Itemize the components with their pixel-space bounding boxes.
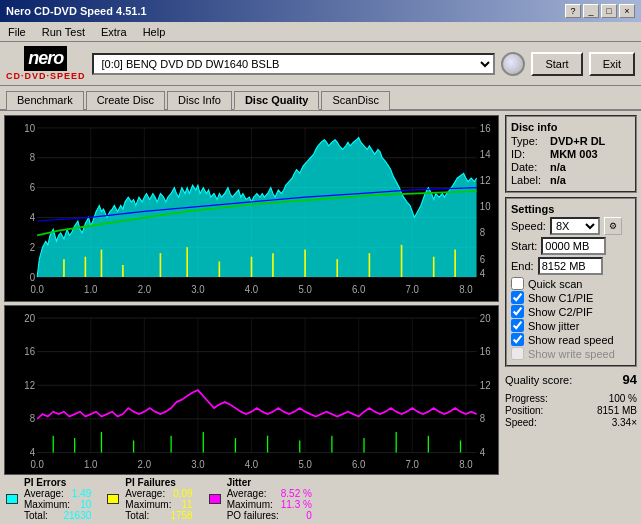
svg-text:3.0: 3.0 (191, 459, 205, 471)
date-value: n/a (550, 161, 566, 173)
disc-info-title: Disc info (511, 121, 631, 133)
maximize-btn[interactable]: □ (601, 4, 617, 18)
progress-row: Progress: 100 % (505, 393, 637, 404)
top-chart: 10 8 6 4 2 0 16 14 12 10 8 6 (4, 115, 499, 302)
tab-scandisc[interactable]: ScanDisc (321, 91, 389, 110)
bottom-chart-svg: 20 16 12 8 4 20 16 12 8 4 (5, 306, 498, 474)
pi-failures-avg-value: 0.09 (173, 488, 192, 499)
start-row: Start: 0000 MB (511, 237, 631, 255)
svg-text:14: 14 (480, 148, 491, 160)
jitter-avg-value: 8.52 % (281, 488, 312, 499)
end-input[interactable]: 8152 MB (538, 257, 603, 275)
svg-text:4: 4 (480, 446, 486, 458)
right-panel: Disc info Type: DVD+R DL ID: MKM 003 Dat… (501, 111, 641, 475)
window-controls[interactable]: ? _ □ × (565, 4, 635, 18)
readspeed-row: Show read speed (511, 333, 631, 346)
pi-errors-details: PI Errors Average: 1.49 Maximum: 10 Tota… (24, 477, 91, 521)
svg-text:5.0: 5.0 (298, 459, 312, 471)
speed-value: 3.34× (612, 417, 637, 428)
svg-text:1.0: 1.0 (84, 283, 98, 295)
jitter-color (209, 494, 221, 504)
jitter-po-label: PO failures: (227, 510, 279, 521)
svg-text:12: 12 (480, 379, 491, 391)
start-button[interactable]: Start (531, 52, 582, 76)
jitter-po-row: PO failures: 0 (227, 510, 312, 521)
svg-text:16: 16 (480, 346, 491, 358)
disc-icon[interactable] (501, 52, 525, 76)
settings-section: Settings Speed: 8X ⚙ Start: 0000 MB End:… (505, 197, 637, 367)
c1pie-checkbox[interactable] (511, 291, 524, 304)
quickscan-checkbox[interactable] (511, 277, 524, 290)
svg-text:8.0: 8.0 (459, 283, 473, 295)
minimize-btn[interactable]: _ (583, 4, 599, 18)
tab-disc-quality[interactable]: Disc Quality (234, 91, 320, 110)
pi-failures-max-label: Maximum: (125, 499, 171, 510)
svg-text:6: 6 (30, 182, 36, 194)
id-label: ID: (511, 148, 546, 160)
pi-failures-group: PI Failures Average: 0.09 Maximum: 11 To… (107, 477, 192, 521)
position-label: Position: (505, 405, 543, 416)
drive-selector[interactable]: [0:0] BENQ DVD DD DW1640 BSLB (92, 53, 496, 75)
pi-errors-avg-row: Average: 1.49 (24, 488, 91, 499)
start-input[interactable]: 0000 MB (541, 237, 606, 255)
svg-text:2.0: 2.0 (138, 283, 152, 295)
pi-errors-max-label: Maximum: (24, 499, 70, 510)
svg-text:2: 2 (30, 241, 36, 253)
jitter-max-label: Maximum: (227, 499, 273, 510)
svg-text:12: 12 (24, 379, 35, 391)
pi-failures-total-row: Total: 1758 (125, 510, 192, 521)
position-value: 8151 MB (597, 405, 637, 416)
c2pif-label: Show C2/PIF (528, 306, 593, 318)
speed-btn[interactable]: ⚙ (604, 217, 622, 235)
c1pie-row: Show C1/PIE (511, 291, 631, 304)
c2pif-row: Show C2/PIF (511, 305, 631, 318)
nero-logo: nero (24, 46, 67, 71)
help-btn[interactable]: ? (565, 4, 581, 18)
readspeed-checkbox[interactable] (511, 333, 524, 346)
jitter-checkbox[interactable] (511, 319, 524, 332)
tabs-bar: Benchmark Create Disc Disc Info Disc Qua… (0, 86, 641, 111)
tab-benchmark[interactable]: Benchmark (6, 91, 84, 110)
disc-info-section: Disc info Type: DVD+R DL ID: MKM 003 Dat… (505, 115, 637, 193)
logo-block: nero CD·DVD·SPEED (6, 46, 86, 81)
svg-text:8: 8 (480, 227, 486, 239)
top-chart-svg: 10 8 6 4 2 0 16 14 12 10 8 6 (5, 116, 498, 301)
svg-text:4: 4 (30, 446, 36, 458)
progress-section: Progress: 100 % Position: 8151 MB Speed:… (505, 392, 637, 429)
nero-subtitle: CD·DVD·SPEED (6, 71, 86, 81)
writespeed-label: Show write speed (528, 348, 615, 360)
end-label: End: (511, 260, 534, 272)
disc-label-row: Label: n/a (511, 174, 631, 186)
c2pif-checkbox[interactable] (511, 305, 524, 318)
close-btn[interactable]: × (619, 4, 635, 18)
svg-text:8: 8 (480, 413, 486, 425)
menu-run-test[interactable]: Run Test (38, 26, 89, 38)
menu-file[interactable]: File (4, 26, 30, 38)
menu-help[interactable]: Help (139, 26, 170, 38)
tab-disc-info[interactable]: Disc Info (167, 91, 232, 110)
pi-errors-max-row: Maximum: 10 (24, 499, 91, 510)
menu-extra[interactable]: Extra (97, 26, 131, 38)
svg-text:0.0: 0.0 (30, 459, 44, 471)
writespeed-checkbox[interactable] (511, 347, 524, 360)
exit-button[interactable]: Exit (589, 52, 635, 76)
jitter-max-row: Maximum: 11.3 % (227, 499, 312, 510)
bottom-stats-bar: PI Errors Average: 1.49 Maximum: 10 Tota… (0, 475, 641, 523)
main-content: 10 8 6 4 2 0 16 14 12 10 8 6 (0, 111, 641, 523)
jitter-label: Show jitter (528, 320, 579, 332)
jitter-avg-label: Average: (227, 488, 267, 499)
svg-text:6.0: 6.0 (352, 459, 366, 471)
svg-text:6.0: 6.0 (352, 283, 366, 295)
jitter-po-value: 0 (306, 510, 312, 521)
pi-failures-total-value: 1758 (170, 510, 192, 521)
end-row: End: 8152 MB (511, 257, 631, 275)
svg-text:0: 0 (30, 271, 36, 283)
pi-errors-total-label: Total: (24, 510, 48, 521)
svg-text:10: 10 (24, 122, 35, 134)
quality-score-row: Quality score: 94 (505, 372, 637, 387)
progress-label: Progress: (505, 393, 548, 404)
speed-select[interactable]: 8X (550, 217, 600, 235)
title-bar: Nero CD-DVD Speed 4.51.1 ? _ □ × (0, 0, 641, 22)
speed-row: Speed: 8X ⚙ (511, 217, 631, 235)
tab-create-disc[interactable]: Create Disc (86, 91, 165, 110)
